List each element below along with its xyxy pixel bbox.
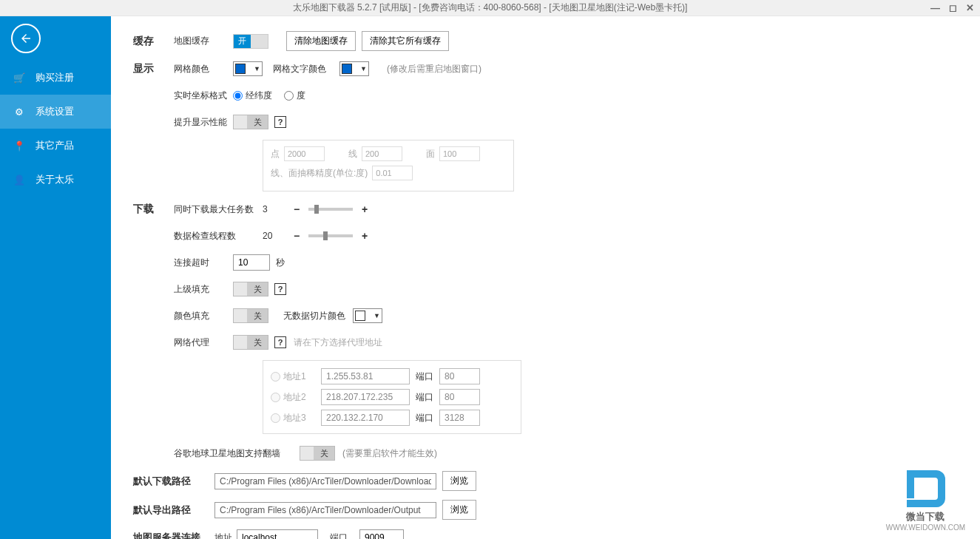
- watermark-logo-icon: [899, 463, 951, 507]
- section-display: 显示: [133, 62, 174, 75]
- export-path-input[interactable]: [214, 502, 436, 518]
- perf-toggle[interactable]: 关: [233, 115, 268, 129]
- point-input[interactable]: [284, 146, 325, 161]
- section-cache: 缓存: [133, 35, 174, 48]
- browse-download-button[interactable]: 浏览: [442, 471, 476, 491]
- proxy-port3-input[interactable]: [439, 410, 480, 426]
- plus-button[interactable]: +: [360, 203, 369, 215]
- server-addr-label: 地址: [214, 532, 237, 540]
- color-fill-toggle[interactable]: 关: [233, 308, 268, 323]
- minus-button[interactable]: −: [292, 203, 301, 215]
- proxy-addr1-input[interactable]: [321, 368, 410, 384]
- chevron-down-icon: ▼: [360, 65, 367, 72]
- help-icon[interactable]: ?: [274, 336, 286, 348]
- download-path-input[interactable]: [214, 473, 436, 489]
- nodata-color-picker[interactable]: ▼: [353, 308, 382, 323]
- sidebar-item-products[interactable]: 📍 其它产品: [0, 129, 111, 163]
- proxy-hint: 请在下方选择代理地址: [294, 336, 382, 349]
- upper-fill-toggle[interactable]: 关: [233, 282, 268, 296]
- close-button[interactable]: ✕: [966, 2, 974, 13]
- check-threads-label: 数据检查线程数: [174, 230, 263, 243]
- upper-fill-label: 上级填充: [174, 283, 233, 296]
- chevron-down-icon: ▼: [374, 312, 380, 319]
- minus-button[interactable]: −: [292, 230, 301, 242]
- grid-text-color-label: 网格文字颜色: [273, 63, 339, 75]
- sidebar-item-purchase[interactable]: 🛒 购买注册: [0, 61, 111, 95]
- google-wall-label: 谷歌地球卫星地图支持翻墙: [174, 447, 300, 460]
- back-arrow-icon: [19, 32, 33, 45]
- export-path-label: 默认导出路径: [133, 504, 214, 517]
- color-swatch-icon: [235, 64, 246, 74]
- minimize-button[interactable]: —: [930, 2, 940, 13]
- chevron-down-icon: ▼: [254, 65, 260, 72]
- timeout-input[interactable]: [233, 254, 270, 271]
- browse-export-button[interactable]: 浏览: [442, 500, 476, 520]
- proxy-addr1-radio[interactable]: 地址1: [271, 370, 315, 383]
- sidebar-item-label: 关于太乐: [36, 173, 74, 186]
- coord-latlon-radio[interactable]: 经纬度: [233, 89, 272, 102]
- settings-panel: 缓存 地图缓存 开 清除地图缓存 清除其它所有缓存 显示 网格颜色 ▼ 网格文字…: [111, 16, 980, 539]
- google-wall-note: (需要重启软件才能生效): [342, 447, 437, 460]
- sidebar-item-label: 其它产品: [36, 139, 74, 152]
- timeout-label: 连接超时: [174, 257, 233, 269]
- proxy-addr2-radio[interactable]: 地址2: [271, 391, 315, 404]
- titlebar: 太乐地图下载器 5.2.7 [试用版] - [免费咨询电话：400-8060-5…: [0, 0, 980, 16]
- line-input[interactable]: [362, 146, 402, 161]
- help-icon[interactable]: ?: [274, 283, 286, 295]
- restart-note: (修改后需重启地图窗口): [387, 63, 481, 75]
- watermark-url: WWW.WEIDOWN.COM: [886, 523, 965, 532]
- grid-color-picker[interactable]: ▼: [233, 61, 263, 76]
- max-tasks-slider[interactable]: [308, 208, 353, 211]
- pin-icon: 📍: [13, 140, 25, 152]
- window-title: 太乐地图下载器 5.2.7 [试用版] - [免费咨询电话：400-8060-5…: [293, 1, 688, 14]
- area-input[interactable]: [439, 146, 480, 161]
- section-download: 下载: [133, 203, 174, 216]
- maximize-button[interactable]: ◻: [949, 2, 957, 13]
- proxy-addr3-radio[interactable]: 地址3: [271, 412, 315, 424]
- watermark-name: 微当下载: [886, 510, 965, 523]
- proxy-addr2-input[interactable]: [321, 389, 410, 405]
- watermark: 微当下载 WWW.WEIDOWN.COM: [886, 463, 965, 532]
- proxy-label: 网络代理: [174, 336, 233, 349]
- clear-other-cache-button[interactable]: 清除其它所有缓存: [362, 31, 449, 51]
- server-addr-input[interactable]: [237, 529, 318, 539]
- server-port-label: 端口: [330, 532, 359, 540]
- color-swatch-icon: [342, 64, 352, 74]
- proxy-port2-input[interactable]: [439, 389, 480, 405]
- proxy-addr3-input[interactable]: [321, 410, 410, 426]
- check-threads-slider[interactable]: [308, 234, 353, 237]
- coord-format-label: 实时坐标格式: [174, 89, 233, 102]
- server-label: 地图服务器连接: [133, 531, 214, 539]
- grid-color-label: 网格颜色: [174, 63, 233, 75]
- sidebar: 🛒 购买注册 ⚙ 系统设置 📍 其它产品 👤 关于太乐: [0, 16, 111, 539]
- back-button[interactable]: [11, 24, 41, 53]
- cart-icon: 🛒: [13, 72, 25, 84]
- help-icon[interactable]: ?: [274, 116, 286, 128]
- color-swatch-icon: [355, 311, 365, 321]
- max-tasks-value: 3: [263, 204, 285, 214]
- clear-map-cache-button[interactable]: 清除地图缓存: [286, 31, 356, 51]
- sidebar-item-about[interactable]: 👤 关于太乐: [0, 163, 111, 197]
- check-threads-value: 20: [263, 231, 285, 241]
- nodata-color-label: 无数据切片颜色: [283, 310, 345, 322]
- perf-label: 提升显示性能: [174, 116, 233, 129]
- perf-params-box: 点 线 面 线、面抽稀精度(单位:度): [263, 140, 514, 191]
- map-cache-label: 地图缓存: [174, 35, 233, 47]
- plus-button[interactable]: +: [360, 230, 369, 242]
- grid-text-color-picker[interactable]: ▼: [339, 61, 369, 76]
- proxy-port1-input[interactable]: [439, 368, 480, 384]
- color-fill-label: 颜色填充: [174, 310, 233, 322]
- server-port-input[interactable]: [359, 529, 404, 539]
- sidebar-item-label: 购买注册: [36, 71, 74, 84]
- google-wall-toggle[interactable]: 关: [300, 446, 335, 461]
- download-path-label: 默认下载路径: [133, 475, 214, 488]
- coord-degree-radio[interactable]: 度: [284, 89, 305, 102]
- sidebar-item-label: 系统设置: [36, 105, 74, 118]
- sidebar-item-settings[interactable]: ⚙ 系统设置: [0, 95, 111, 129]
- map-cache-toggle[interactable]: 开: [233, 34, 268, 49]
- proxy-toggle[interactable]: 关: [233, 335, 268, 350]
- precision-input[interactable]: [372, 166, 413, 180]
- max-tasks-label: 同时下载最大任务数: [174, 203, 263, 216]
- person-icon: 👤: [13, 174, 25, 186]
- proxy-list-box: 地址1 端口 地址2 端口 地址3 端口: [263, 360, 521, 434]
